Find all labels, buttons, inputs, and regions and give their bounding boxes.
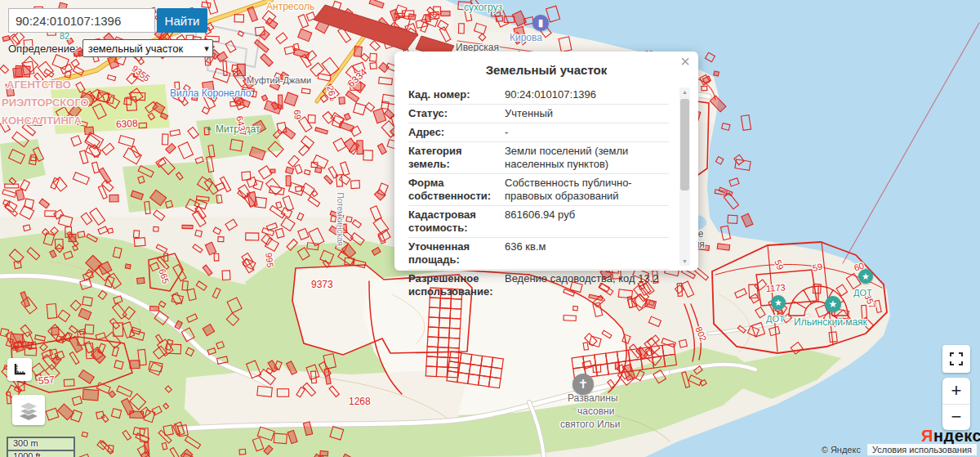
table-row: Категория земель:Земли поселений (земли … bbox=[408, 141, 669, 173]
row-label: Форма собственности: bbox=[408, 177, 498, 203]
row-value: 636 кв.м bbox=[505, 240, 669, 267]
row-value: Земли поселений (земли населенных пункто… bbox=[505, 145, 669, 171]
table-row: Адрес:- bbox=[408, 123, 669, 141]
scale-imperial: 1000 ft bbox=[7, 450, 75, 457]
attribution: © Яндекс Условия использования bbox=[822, 444, 977, 455]
row-value: Ведение садоводства, код 13.2 bbox=[505, 272, 669, 298]
layers-icon bbox=[18, 401, 39, 420]
table-row: Кадастровая стоимость:861606.94 руб bbox=[408, 205, 669, 237]
ruler-button[interactable] bbox=[7, 358, 32, 381]
row-label: Кадастровая стоимость: bbox=[408, 208, 498, 235]
chapel-cross-icon[interactable]: ✝ bbox=[572, 374, 594, 395]
logo-text: ндекс bbox=[933, 427, 980, 445]
scale-control: 300 m 1000 ft bbox=[7, 437, 75, 457]
row-value: Учтенный bbox=[505, 107, 669, 120]
definition-label: Определение: bbox=[8, 43, 78, 55]
attraction-star-icon[interactable]: ★ bbox=[771, 295, 786, 310]
scrollbar-thumb[interactable] bbox=[680, 99, 689, 190]
table-row: Форма собственности:Собственность публич… bbox=[408, 173, 669, 205]
table-row: Кад. номер:90:24:010107:1396 bbox=[408, 86, 669, 104]
terms-link[interactable]: Условия использования bbox=[867, 444, 977, 455]
copyright-text: © Яндекс bbox=[822, 445, 861, 455]
definition-value: земельный участок bbox=[88, 43, 183, 55]
layers-button[interactable] bbox=[12, 395, 45, 425]
row-value: Собственность публично-правовых образова… bbox=[505, 177, 669, 203]
zoom-in-button[interactable]: + bbox=[942, 378, 970, 405]
definition-row: Определение: земельный участок ▾ bbox=[8, 39, 213, 57]
ruler-icon bbox=[12, 362, 27, 377]
row-label: Категория земель: bbox=[408, 145, 498, 171]
fullscreen-icon bbox=[950, 352, 963, 365]
row-label: Кад. номер: bbox=[408, 88, 498, 101]
search-input[interactable] bbox=[8, 8, 155, 33]
logo-letter: Я bbox=[921, 427, 933, 445]
zoom-control: + − bbox=[942, 378, 970, 430]
fullscreen-button[interactable] bbox=[942, 345, 970, 373]
row-label: Разрешенное использование: bbox=[408, 272, 498, 298]
scroll-up-icon[interactable]: ▲ bbox=[679, 89, 690, 95]
lighthouse-icon[interactable]: ★ bbox=[825, 296, 841, 312]
peak-triangle-icon[interactable]: ▲ bbox=[204, 123, 214, 132]
row-label: Статус: bbox=[408, 107, 498, 120]
popup-table: Кад. номер:90:24:010107:1396Статус:Учтен… bbox=[408, 86, 669, 301]
search-bar: Найти bbox=[8, 8, 207, 33]
map-application: АнтресольсухогрузКироваИверскаяМуфтий-Дж… bbox=[0, 0, 980, 457]
yandex-logo[interactable]: Яндекс bbox=[921, 427, 980, 446]
row-label: Адрес: bbox=[408, 126, 498, 139]
scroll-down-icon[interactable]: ▼ bbox=[679, 258, 690, 264]
scale-metric: 300 m bbox=[7, 437, 75, 450]
attraction-star-icon[interactable]: ★ bbox=[858, 269, 873, 284]
table-row: Уточненная площадь:636 кв.м bbox=[408, 237, 669, 269]
popup-title: Земельный участок bbox=[394, 52, 698, 77]
row-value: - bbox=[505, 126, 669, 139]
row-value: 90:24:010107:1396 bbox=[505, 88, 669, 101]
monument-icon[interactable]: ▮ bbox=[532, 15, 549, 31]
definition-select[interactable]: земельный участок ▾ bbox=[82, 39, 213, 57]
popup-scrollbar[interactable]: ▲ ▼ bbox=[679, 87, 690, 266]
chevron-down-icon: ▾ bbox=[204, 43, 209, 54]
parcel-info-popup: × Земельный участок Кад. номер:90:24:010… bbox=[394, 52, 698, 271]
row-value: 861606.94 руб bbox=[505, 208, 669, 235]
find-button[interactable]: Найти bbox=[157, 8, 207, 33]
row-label: Уточненная площадь: bbox=[408, 240, 498, 267]
close-icon[interactable]: × bbox=[680, 53, 690, 69]
table-row: Разрешенное использование:Ведение садово… bbox=[408, 269, 669, 301]
table-row: Статус:Учтенный bbox=[408, 104, 669, 123]
